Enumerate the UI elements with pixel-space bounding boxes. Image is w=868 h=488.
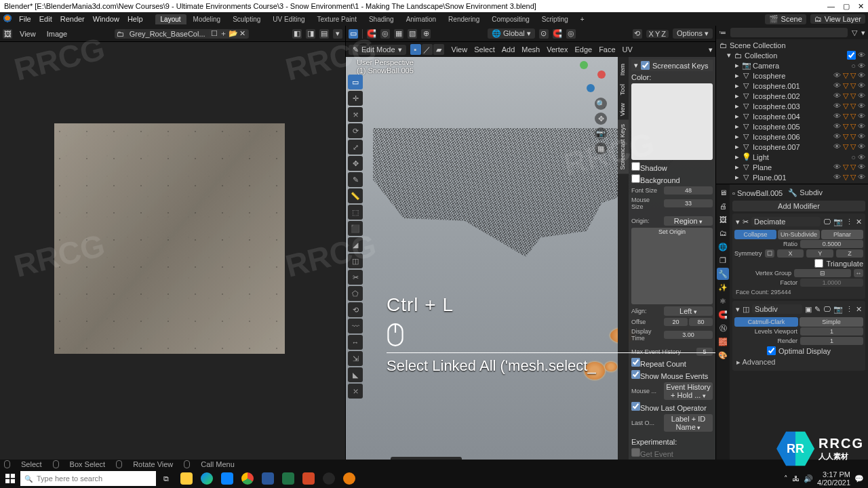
npanel-tab-item[interactable]: Item [618,60,629,80]
workspace-tab-compositing[interactable]: Compositing [486,14,535,24]
tool-smooth[interactable]: 〰 [348,319,363,333]
properties-tab-6[interactable]: 🔧 [717,268,729,280]
taskbar-app-explorer[interactable] [176,469,197,488]
decimate-planar-tab[interactable]: Planar [821,230,863,239]
tool-cursor[interactable]: ✛ [348,91,363,106]
taskbar-clock[interactable]: 3:17 PM4/20/2021 [817,470,850,487]
mod-menu2-icon[interactable]: ⋮ [846,305,853,314]
vp-menu-uv[interactable]: UV [619,45,636,54]
tool-annotate[interactable]: ✎ [348,172,363,187]
add-modifier-button[interactable]: Add Modifier [732,201,865,211]
outliner-item[interactable]: ▸▽Icosphere.006👁▽▽ 👁 [716,131,868,142]
orientation-selector[interactable]: 🌐 Global ▾ [488,28,535,39]
tool-rotate[interactable]: ⟳ [348,123,363,138]
mod-render-icon[interactable]: 📷 [833,218,843,226]
image-editor-type-icon[interactable]: 🖼 [3,29,12,39]
decimate-collapse-tab[interactable]: Collapse [734,230,776,239]
menu-window[interactable]: Window [89,15,123,23]
gizmo-z-icon[interactable] [587,84,595,92]
tool-bevel[interactable]: ◢ [348,237,363,252]
outliner-item[interactable]: ▸▽Icosphere👁▽▽ 👁 [716,70,868,81]
outliner-item[interactable]: ▸▽Plane.001👁▽▽ 👁 [716,172,868,182]
overlay-icon[interactable]: ⊕ [421,29,431,39]
proportional-icon[interactable]: ◎ [380,29,390,39]
properties-tab-9[interactable]: 🧲 [717,308,729,321]
taskbar-app-edge[interactable] [197,469,217,488]
menu-help[interactable]: Help [123,15,147,23]
last-op-select[interactable]: Label + ID Name ▾ [664,414,713,432]
set-origin-button[interactable]: Set Origin [631,228,713,304]
properties-tab-3[interactable]: 🗂 [717,227,729,239]
mod-display2-icon[interactable]: 🖵 [823,305,831,313]
image-menu-image[interactable]: Image [43,29,71,39]
properties-tab-1[interactable]: 🖨 [717,200,729,212]
tool-rip[interactable]: ⤫ [348,384,363,399]
image-users-icon[interactable]: ☐ [210,29,219,39]
image-datablock[interactable]: 🗀 Grey_Rock_BaseCol... ☐ ＋ 📂 ✕ [115,29,249,39]
mod-render2-icon[interactable]: 📷 [833,305,843,314]
image-options-dropdown[interactable]: ▾ [333,29,342,39]
gizmo-y-icon[interactable] [580,61,588,69]
viewlayer-selector[interactable]: 🗂 View Layer [810,14,865,24]
image-menu-view[interactable]: View [16,29,39,39]
outliner-item[interactable]: ▸▽Icosphere.002👁▽▽ 👁 [716,91,868,101]
mesh-options2-icon[interactable]: ▧ [408,29,417,39]
screencast-panel-header[interactable]: ▾ Screencast Keys [631,60,713,71]
outliner-item[interactable]: ▸▽Icosphere.007👁▽▽ 👁 [716,142,868,152]
tray-arrow-icon[interactable]: ˄ [784,474,788,483]
subdiv-render-field[interactable]: 1 [800,337,863,345]
outliner-item[interactable]: ▸▽Icosphere.005👁▽▽ 👁 [716,121,868,131]
outliner-filter-icon[interactable]: ▽ [852,28,857,37]
properties-tab-12[interactable]: 🎨 [717,349,729,361]
outliner-collection[interactable]: ▾🗀Collection 👁 [716,50,868,60]
mod-edit-icon[interactable]: ✎ [814,305,821,314]
taskbar-app-obs[interactable] [319,469,339,488]
window-maximize[interactable]: ▢ [843,2,850,11]
workspace-tab-layout[interactable]: Layout [155,14,186,24]
open-image-icon[interactable]: 📂 [229,29,238,39]
properties-tab-11[interactable]: 🧱 [717,336,729,348]
shading-popup-icon[interactable]: ▾ [709,45,713,54]
outliner-item[interactable]: ▸▽Icosphere.003👁▽▽ 👁 [716,101,868,111]
workspace-tab-scripting[interactable]: Scripting [536,14,574,24]
outliner-type-icon[interactable]: ≔ [719,28,726,37]
image-display-channels-icon[interactable]: ◧ [292,29,302,39]
mod-cage-icon[interactable]: ▣ [805,305,812,314]
gizmo-x-icon[interactable] [597,70,606,79]
sym-x[interactable]: X [777,249,804,258]
sym-y[interactable]: Y [806,249,833,258]
zoom-icon[interactable]: 🔍 [595,98,607,110]
subdiv-name-field[interactable]: Subdiv [752,304,802,314]
decimate-name-field[interactable]: Decimate [751,217,821,226]
outliner-scene-collection[interactable]: 🗀Scene Collection [716,41,868,50]
gizmo-toggle-icon[interactable]: ⟲ [633,29,642,39]
scene-selector[interactable]: 🎬 Scene [765,14,806,24]
advanced-panel[interactable]: ▸ Advanced [734,356,863,369]
sym-checkbox[interactable]: ☐ [765,249,774,258]
3d-viewport[interactable]: User Perspective (1) SnowBall.005 ▭✛⤧⟳⤢✥… [346,57,715,469]
vp-menu-select[interactable]: Select [471,45,498,54]
properties-tab-10[interactable]: Ⓝ [717,322,729,334]
outliner-item[interactable]: ▸▽Plane👁▽▽ 👁 [716,162,868,172]
select-tool-icon[interactable]: ▭ [349,29,358,39]
npanel-tab-view[interactable]: View [618,99,629,120]
snap-icon[interactable]: 🧲 [367,29,376,39]
decimate-ratio-field[interactable]: 0.5000 [800,240,863,248]
decimate-unsub-tab[interactable]: Un-Subdivide [778,230,820,239]
npanel-tab-screencast[interactable]: Screencast Keys [618,120,629,174]
snap2-icon[interactable]: 🧲 [553,29,562,39]
properties-tab-4[interactable]: 🌐 [717,241,729,253]
window-close[interactable]: ✕ [858,2,864,11]
outliner-item[interactable]: ▸💡Light○ 👁 [716,152,868,162]
new-collection-icon[interactable]: ▾ [861,28,865,37]
subdiv-catmull-tab[interactable]: Catmull-Clark [734,317,798,327]
pan-icon[interactable]: ✥ [595,113,607,125]
face-select-mode[interactable]: ▰ [433,44,444,55]
mod-display-icon[interactable]: 🖵 [823,218,831,226]
image-display-z-icon[interactable]: ▤ [319,29,329,39]
tool-scale[interactable]: ⤢ [348,140,363,155]
tray-network-icon[interactable]: 🖧 [792,474,800,483]
image-editor-canvas[interactable] [0,42,345,469]
font-size-field[interactable]: 48 [664,186,713,195]
taskbar-app-chrome[interactable] [237,469,258,488]
